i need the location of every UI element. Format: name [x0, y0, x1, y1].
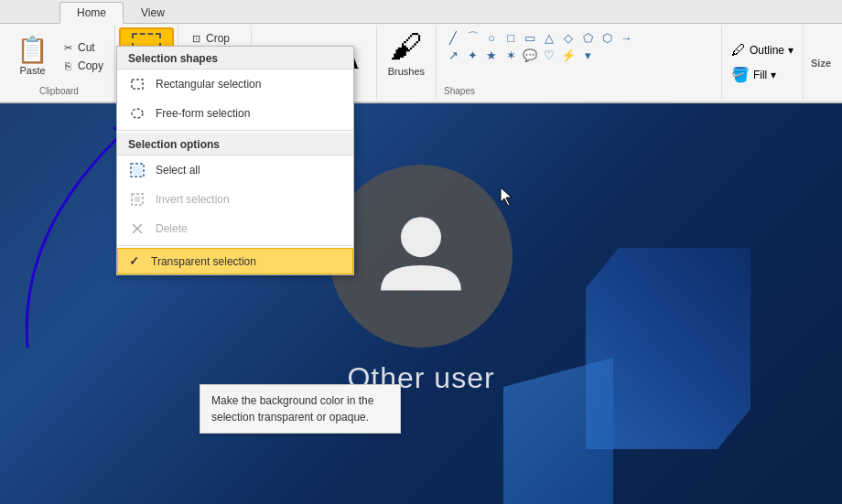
rectangular-selection-item[interactable]: Rectangular selection: [117, 70, 353, 99]
shape-lightning[interactable]: ⚡: [559, 47, 578, 63]
outline-icon: 🖊: [731, 42, 746, 59]
delete-item[interactable]: Delete: [117, 214, 353, 243]
delete-label: Delete: [156, 222, 188, 235]
outline-chevron: ▾: [788, 44, 793, 57]
dropdown-menu: Selection shapes Rectangular selection F…: [116, 46, 354, 275]
paste-label: Paste: [19, 65, 45, 76]
crop-button[interactable]: ⊡ Crop: [186, 30, 243, 47]
shape-line[interactable]: ╱: [444, 29, 462, 46]
cut-icon: ✂: [61, 41, 74, 54]
fill-icon: 🪣: [731, 66, 750, 83]
select-all-icon: [128, 161, 146, 179]
shapes-label: Shapes: [444, 86, 714, 98]
invert-selection-label: Invert selection: [156, 193, 230, 206]
outline-label: Outline: [750, 44, 784, 57]
shape-arrow-right[interactable]: →: [617, 29, 635, 46]
size-label: Size: [811, 58, 831, 69]
selection-shapes-header: Selection shapes: [117, 47, 353, 70]
shape-round-rect[interactable]: ▭: [521, 29, 539, 46]
crop-icon: ⊡: [189, 32, 202, 45]
clipboard-content: 📋 Paste ✂ Cut ⎘ Copy: [11, 27, 107, 86]
shape-pentagon[interactable]: ⬠: [578, 29, 597, 46]
select-all-item[interactable]: Select all: [117, 155, 353, 185]
tab-home[interactable]: Home: [59, 2, 124, 24]
clipboard-group: 📋 Paste ✂ Cut ⎘ Copy Clipboard: [4, 26, 115, 100]
cut-label: Cut: [78, 41, 95, 54]
svg-rect-4: [133, 166, 142, 175]
outline-group: 🖊 Outline ▾ 🪣 Fill ▾: [722, 26, 804, 100]
tab-bar: Home View: [0, 0, 842, 24]
transparent-selection-item[interactable]: ✓ Transparent selection: [117, 248, 353, 274]
paste-icon: 📋: [16, 38, 49, 63]
shape-curve[interactable]: ⌒: [463, 29, 481, 46]
fill-button[interactable]: 🪣 Fill ▾: [728, 64, 797, 85]
copy-button[interactable]: ⎘ Copy: [58, 58, 107, 74]
invert-selection-item[interactable]: Invert selection: [117, 185, 353, 214]
outline-button[interactable]: 🖊 Outline ▾: [728, 40, 797, 60]
shape-star6[interactable]: ✶: [502, 47, 520, 63]
size-group: Size: [804, 26, 838, 100]
fill-chevron: ▾: [771, 69, 776, 81]
menu-divider-2: [117, 245, 353, 246]
shapes-group: ╱ ⌒ ○ □ ▭ △ ◇ ⬠ ⬡ → ↗ ✦ ★ ✶ 💬 ♡ ⚡ ▾ Shap…: [437, 26, 722, 100]
paste-button[interactable]: 📋 Paste: [11, 34, 54, 80]
shapes-grid: ╱ ⌒ ○ □ ▭ △ ◇ ⬠ ⬡ → ↗ ✦ ★ ✶ 💬 ♡ ⚡ ▾: [444, 27, 714, 65]
brushes-group: 🖌 Brushes: [377, 26, 437, 100]
clipboard-label: Clipboard: [39, 86, 79, 98]
svg-point-2: [132, 109, 143, 118]
check-mark: ✓: [129, 254, 142, 268]
shape-arrow2[interactable]: ↗: [444, 47, 462, 63]
delete-icon: [128, 220, 146, 238]
invert-selection-icon: [128, 190, 146, 209]
svg-rect-1: [132, 80, 143, 89]
copy-icon: ⎘: [61, 59, 74, 72]
crop-label: Crop: [206, 32, 230, 45]
shape-star5[interactable]: ★: [482, 47, 501, 63]
shape-rect[interactable]: □: [502, 29, 520, 46]
shape-triangle[interactable]: △: [540, 29, 558, 46]
copy-label: Copy: [78, 59, 103, 72]
free-form-selection-item[interactable]: Free-form selection: [117, 99, 353, 128]
menu-divider-1: [117, 130, 353, 131]
selection-options-header: Selection options: [117, 133, 353, 155]
shape-more[interactable]: ▾: [578, 47, 597, 63]
avatar-person: [371, 205, 471, 308]
cut-button[interactable]: ✂ Cut: [58, 39, 107, 56]
brushes-label: Brushes: [388, 66, 425, 77]
tooltip: Make the background color in the selecti…: [200, 384, 401, 434]
transparent-selection-label: Transparent selection: [151, 255, 256, 268]
svg-rect-6: [135, 197, 140, 202]
avatar-circle: [329, 165, 513, 348]
shape-hexagon[interactable]: ⬡: [598, 29, 616, 46]
small-buttons: ✂ Cut ⎘ Copy: [58, 39, 107, 74]
shape-callout[interactable]: 💬: [521, 47, 539, 63]
select-all-label: Select all: [156, 164, 200, 177]
tab-view[interactable]: View: [124, 2, 182, 23]
shape-diamond[interactable]: ◇: [559, 29, 578, 46]
shape-star4[interactable]: ✦: [463, 47, 481, 63]
brushes-icon[interactable]: 🖌: [390, 27, 423, 66]
free-form-selection-icon: [128, 104, 146, 123]
fill-label: Fill: [753, 69, 767, 81]
rectangular-selection-label: Rectangular selection: [156, 78, 261, 91]
free-form-selection-label: Free-form selection: [156, 107, 250, 120]
shape-heart[interactable]: ♡: [540, 47, 558, 63]
rectangular-selection-icon: [128, 75, 146, 93]
tooltip-text: Make the background color in the selecti…: [211, 394, 373, 424]
avatar-container: Other user: [329, 165, 513, 395]
svg-point-0: [401, 217, 441, 257]
bg-shape-2: [503, 358, 613, 504]
shape-oval[interactable]: ○: [482, 29, 501, 46]
